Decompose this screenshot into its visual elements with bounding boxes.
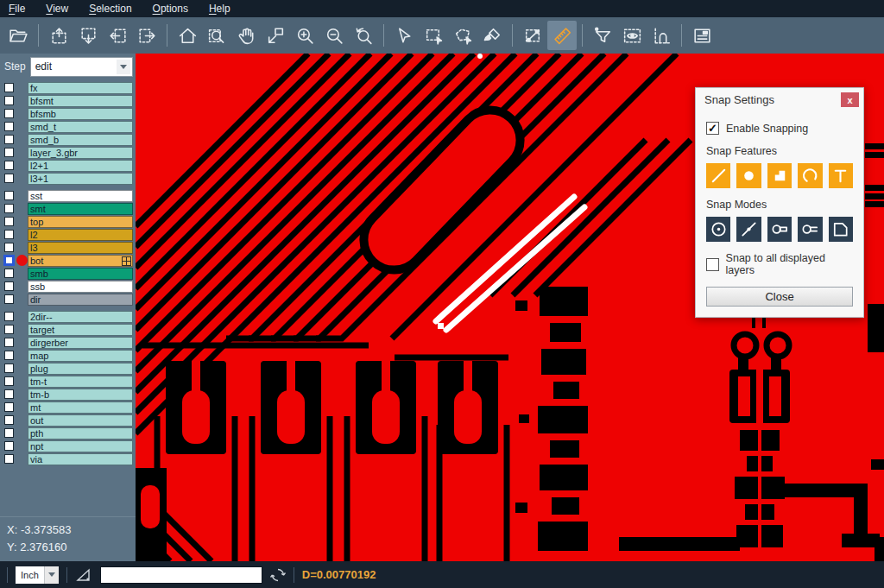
close-button[interactable]: Close (706, 287, 853, 307)
layer-row-smb[interactable]: smb (0, 268, 136, 280)
layer-name[interactable]: l2 (28, 229, 133, 241)
layer-name[interactable]: bot (28, 255, 133, 267)
refresh-icon[interactable] (270, 567, 286, 583)
layer-visibility-checkbox[interactable] (4, 312, 14, 321)
layer-visibility-checkbox[interactable] (4, 217, 14, 226)
enable-snapping-checkbox[interactable]: ✓ (706, 122, 719, 135)
layer-row-tm-b[interactable]: tm-b (0, 389, 136, 401)
layer-visibility-checkbox[interactable] (4, 269, 14, 278)
layer-visibility-checkbox[interactable] (4, 174, 14, 183)
shift-left-button[interactable] (103, 21, 132, 50)
menu-help[interactable]: Help (209, 3, 230, 15)
layer-visibility-checkbox[interactable] (4, 454, 14, 464)
layer-visibility-checkbox[interactable] (4, 428, 14, 438)
layer-visibility-checkbox[interactable] (4, 281, 14, 291)
layer-visibility-checkbox[interactable] (4, 294, 14, 304)
layer-name[interactable]: fx (28, 82, 133, 94)
layer-visibility-checkbox[interactable] (4, 376, 14, 386)
layer-row-fx[interactable]: fx (0, 82, 136, 94)
layer-row-tm-t[interactable]: tm-t (0, 376, 136, 388)
command-input[interactable] (100, 566, 262, 584)
layer-visibility-checkbox[interactable] (4, 325, 14, 334)
zoom-in-button[interactable] (290, 21, 319, 50)
menu-view[interactable]: View (46, 3, 68, 15)
filter-button[interactable] (588, 21, 617, 50)
layer-name[interactable]: dir (28, 294, 133, 306)
layer-row-bfsmb[interactable]: bfsmb (0, 108, 136, 120)
snap-surface-button[interactable] (767, 163, 792, 188)
layer-visibility-checkbox[interactable] (4, 83, 14, 92)
layer-row-dir[interactable]: dir (0, 294, 136, 306)
menu-options[interactable]: Options (153, 3, 188, 15)
layer-visibility-checkbox[interactable] (4, 204, 14, 213)
measure-points-button[interactable] (518, 21, 547, 50)
measure-ruler-button[interactable] (547, 21, 577, 50)
layer-row-sst[interactable]: sst (0, 190, 136, 202)
layer-name[interactable]: target (28, 324, 133, 336)
layer-name[interactable]: map (28, 350, 133, 362)
snap-contour-slot-button[interactable] (767, 217, 792, 242)
snap-settings-button[interactable] (647, 21, 676, 50)
layer-visibility-checkbox[interactable] (4, 135, 14, 144)
layer-visibility-checkbox[interactable] (4, 389, 14, 399)
layer-visibility-checkbox[interactable] (4, 415, 14, 425)
snap-text-button[interactable] (829, 163, 853, 188)
snap-pad-button[interactable] (736, 163, 761, 188)
layer-name[interactable]: smt (28, 203, 133, 215)
menu-file[interactable]: File (9, 3, 25, 15)
layer-visibility-checkbox[interactable] (4, 351, 14, 360)
layer-row-out[interactable]: out (0, 414, 136, 427)
layer-name[interactable]: bfsmb (28, 108, 133, 120)
layer-row-dirgerber[interactable]: dirgerber (0, 337, 136, 349)
layer-name[interactable]: 2dir-- (28, 311, 133, 323)
layer-row-mt[interactable]: mt (0, 401, 136, 414)
layer-name[interactable]: npt (28, 440, 133, 452)
snap-center-button[interactable] (706, 217, 730, 242)
zoom-out-button[interactable] (319, 21, 349, 50)
view-options-button[interactable] (617, 21, 647, 50)
layer-visibility-checkbox[interactable] (4, 364, 14, 373)
layer-row-l2[interactable]: l2 (0, 229, 136, 241)
step-select[interactable]: edit (30, 57, 133, 77)
select-rect-button[interactable] (419, 21, 448, 50)
snap-contour-open-button[interactable] (798, 217, 822, 242)
shift-right-button[interactable] (132, 21, 161, 50)
layer-row-2dir--[interactable]: 2dir-- (0, 311, 136, 323)
pan-hand-button[interactable] (231, 21, 261, 50)
snap-line-button[interactable] (706, 163, 730, 188)
snap-midpoint-button[interactable] (736, 217, 761, 242)
zoom-window-button[interactable] (261, 21, 290, 50)
select-polygon-button[interactable] (448, 21, 477, 50)
layer-name[interactable]: l3 (28, 242, 133, 254)
layer-name[interactable]: top (28, 216, 133, 228)
layer-row-l2+1[interactable]: l2+1 (0, 160, 136, 172)
layer-visibility-checkbox[interactable] (4, 243, 14, 252)
layer-visibility-checkbox[interactable] (4, 161, 14, 170)
layer-row-map[interactable]: map (0, 350, 136, 362)
close-icon[interactable]: x (841, 92, 859, 107)
layer-name[interactable]: mt (28, 401, 133, 414)
layer-name[interactable]: smb (28, 268, 133, 280)
layer-name[interactable]: plug (28, 363, 133, 375)
layer-row-layer_3.gbr[interactable]: layer_3.gbr (0, 147, 136, 159)
layer-row-bfsmt[interactable]: bfsmt (0, 95, 136, 107)
layer-name[interactable]: tm-t (28, 376, 133, 388)
layer-visibility-checkbox[interactable] (4, 402, 14, 412)
layer-row-smd_b[interactable]: smd_b (0, 134, 136, 146)
layer-row-plug[interactable]: plug (0, 363, 136, 375)
layer-row-smd_t[interactable]: smd_t (0, 121, 136, 133)
layer-visibility-checkbox[interactable] (4, 230, 14, 239)
layer-name[interactable]: l3+1 (28, 173, 133, 185)
layer-name[interactable]: sst (28, 190, 133, 202)
layer-visibility-checkbox[interactable] (4, 109, 14, 118)
select-pointer-button[interactable] (389, 21, 419, 50)
zoom-area-button[interactable] (202, 21, 231, 50)
layer-row-via[interactable]: via (0, 453, 136, 465)
layer-name[interactable]: layer_3.gbr (28, 147, 133, 159)
snap-arc-button[interactable] (798, 163, 822, 188)
menu-selection[interactable]: Selection (89, 3, 131, 15)
angle-measure-icon[interactable] (75, 566, 92, 584)
layer-name[interactable]: ssb (28, 281, 133, 293)
layer-row-smt[interactable]: smt (0, 203, 136, 215)
layer-name[interactable]: l2+1 (28, 160, 133, 172)
